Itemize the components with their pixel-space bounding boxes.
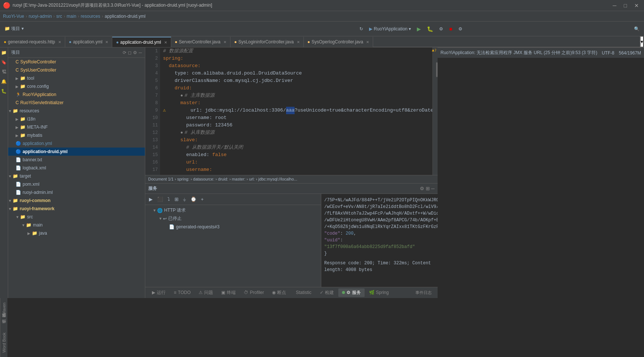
- btab-statistic[interactable]: Statistic: [291, 289, 315, 296]
- response-panel[interactable]: /75P+NL/wAJFd/884P++T/jVe2iP2OTpPIQnOKkW…: [321, 194, 438, 287]
- code-content[interactable]: # 数据源配置 spring: datasource: type: com.al…: [160, 47, 432, 175]
- left-sidebar: 📁 🔖 🏗 🔔 🐛: [0, 47, 8, 298]
- sidebar-icon-debug[interactable]: 🐛: [0, 87, 8, 95]
- rs-tab-database[interactable]: 数据库: [0, 318, 7, 324]
- btab-run[interactable]: ▶ 运行: [148, 288, 169, 297]
- breadcrumb-part-4[interactable]: resources: [81, 14, 100, 19]
- tree-item-ruoyi-admin-iml[interactable]: 📄 ruoyi-admin.iml: [8, 188, 145, 196]
- response-line-8: }: [324, 250, 435, 257]
- scroll-http-btn[interactable]: ⤵: [166, 196, 172, 203]
- tree-item-application-druid-yml[interactable]: 🔵 application-druid.yml: [8, 148, 145, 156]
- tree-item-SysUserController[interactable]: C SysUserController: [8, 66, 145, 74]
- btab-terminal[interactable]: ▣ 终端: [218, 288, 239, 297]
- tab-sysoperlog-controller[interactable]: ● SysOperlogController.java ✕: [304, 37, 374, 47]
- tab-close-syslogininfor-controller[interactable]: ✕: [297, 40, 300, 44]
- tree-item-META-INF[interactable]: ▶ 📁 META-INF: [8, 123, 145, 131]
- stop-http-btn[interactable]: ⬛: [156, 196, 165, 203]
- tree-item-ruoyi-framework[interactable]: ▼ 📁 ruoyi-framework: [8, 205, 145, 213]
- tab-close-application-druid[interactable]: ✕: [164, 40, 167, 44]
- panel-collapse-btn[interactable]: ◻: [128, 50, 132, 55]
- breadcrumb-part-5[interactable]: application-druid.yml: [105, 14, 146, 19]
- tab-application-yml[interactable]: ● application.yml ✕: [65, 37, 113, 47]
- sidebar-icon-structure[interactable]: 🏗: [1, 68, 7, 76]
- tree-item-RuoYiServletInitializer[interactable]: C RuoYiServletInitializer: [8, 99, 145, 107]
- panel-layout-icon[interactable]: ⊞: [426, 186, 430, 191]
- play-btn[interactable]: ▶: [415, 25, 423, 33]
- breadcrumb-part-0[interactable]: RuoYi-Vue: [3, 14, 24, 19]
- btab-services[interactable]: ⚙ 服务: [338, 288, 365, 297]
- tree-item-core-config[interactable]: ▶ 📁 core.config: [8, 82, 145, 90]
- btab-breakpoints[interactable]: ◉ 断点: [268, 288, 290, 297]
- tree-item-logback-xml[interactable]: 📄 logback.xml: [8, 164, 145, 172]
- restore-btn[interactable]: □: [622, 2, 629, 9]
- tree-item-RuoYiApplication[interactable]: 🏃 RuoYiApplication: [8, 90, 145, 99]
- tab-server-controller[interactable]: ● ServerController.java ✕: [171, 37, 230, 47]
- sidebar-icon-bookmarks[interactable]: 🔖: [0, 59, 8, 66]
- minimize-btn[interactable]: ─: [611, 2, 619, 9]
- refresh-btn[interactable]: ↻: [357, 25, 365, 33]
- checkbuild-icon: ✓: [320, 290, 323, 295]
- tree-item-main2[interactable]: ▼ 📁 main: [8, 221, 145, 229]
- rs-tab-plugins[interactable]: 插件: [0, 324, 7, 330]
- add-http-btn[interactable]: +: [199, 196, 205, 203]
- tree-item-src2[interactable]: ▼ 📁 src: [8, 213, 145, 221]
- tab-close-application-yml[interactable]: ✕: [105, 40, 108, 44]
- tree-item-pom-xml[interactable]: 📄 pom.xml: [8, 180, 145, 188]
- breadcrumb-part-3[interactable]: main: [67, 14, 76, 19]
- tab-syslogininfor-controller[interactable]: ● SysLogininforController.java ✕: [230, 37, 304, 47]
- search-btn[interactable]: 🔍: [632, 25, 642, 33]
- tree-item-ruoyi-common[interactable]: ▼ 📁 ruoyi-common: [8, 196, 145, 205]
- history-http-btn[interactable]: ⌚: [189, 196, 198, 203]
- tab-application-druid[interactable]: ● application-druid.yml ✕: [112, 37, 171, 47]
- tree-item-i18n[interactable]: ▶ 📁 i18n: [8, 115, 145, 123]
- close-btn[interactable]: ✕: [632, 2, 641, 9]
- tree-item-tool[interactable]: ▶ 📁 tool: [8, 74, 145, 82]
- tree-item-application-yml[interactable]: 🔵 application.yml: [8, 139, 145, 148]
- panel-settings-btn[interactable]: ⚙: [133, 50, 137, 55]
- coverage-btn[interactable]: ⚙: [437, 25, 445, 33]
- tree-item-target[interactable]: ▼ 📁 target: [8, 172, 145, 180]
- debug-btn[interactable]: 🐛: [425, 25, 435, 33]
- run-icon: ▶: [152, 290, 155, 295]
- panel-settings-icon[interactable]: ⚙: [420, 186, 424, 191]
- panel-sync-btn[interactable]: ⟳: [123, 50, 126, 55]
- run-http-btn[interactable]: ▶: [147, 196, 154, 203]
- btab-checkbuild[interactable]: ✓ 检建: [316, 288, 338, 297]
- rs-tab-maven[interactable]: Maven: [1, 300, 7, 318]
- tab-more-btn[interactable]: ▾: [640, 36, 644, 47]
- tab-close-generated-requests[interactable]: ✕: [58, 40, 61, 44]
- filter-http-btn[interactable]: ⏚: [182, 196, 187, 203]
- tree-item-resources[interactable]: ▼ 📁 resources: [8, 107, 145, 115]
- group-http-btn[interactable]: ⊞: [173, 196, 180, 203]
- panel-hide-icon[interactable]: ─: [431, 186, 435, 191]
- btab-problems[interactable]: ⚠ 问题: [195, 288, 217, 297]
- tree-item-banner-txt[interactable]: 📄 banner.txt: [8, 156, 145, 164]
- stop-btn[interactable]: ■: [447, 25, 454, 33]
- http-group-stopped[interactable]: ▼ ↩ 已停止: [145, 215, 321, 223]
- tree-item-mybatis[interactable]: ▶ 📁 mybatis: [8, 131, 145, 139]
- services-icon: ⚙: [346, 290, 351, 295]
- breadcrumb-part-2[interactable]: src: [56, 14, 62, 19]
- settings-btn[interactable]: ⚙: [456, 25, 465, 33]
- sidebar-icon-notifications[interactable]: 🔔: [0, 78, 8, 85]
- panel-hide-btn[interactable]: ─: [139, 50, 142, 55]
- btab-profiler[interactable]: ⏱ Profiler: [240, 289, 268, 296]
- tab-generated-requests[interactable]: ● generated-requests.http ✕: [0, 37, 65, 47]
- tree-item-java2[interactable]: ▶ 📁 java: [8, 229, 145, 237]
- project-btn[interactable]: 📁 项目 ▾: [2, 24, 26, 33]
- code-line-14: # 从数据源开关/默认关闭: [163, 144, 429, 151]
- event-log-btn[interactable]: 事件日志: [412, 289, 435, 296]
- btab-todo[interactable]: ≡ TODO: [170, 289, 194, 296]
- sidebar-icon-project[interactable]: 📁: [0, 49, 8, 56]
- http-item-req3[interactable]: 📄 generated-requests#3: [145, 223, 321, 231]
- breadcrumb-part-1[interactable]: ruoyi-admin: [29, 14, 52, 19]
- run-config-btn[interactable]: ▶ RuoYiApplication ▾: [367, 25, 413, 33]
- tree-icon-java2: C: [16, 67, 19, 73]
- cursor-position[interactable]: 9:53 (3 字符): [572, 50, 597, 56]
- tree-item-SysRoleController[interactable]: C SysRoleController: [8, 58, 145, 66]
- rs-tab-wordbook[interactable]: Word Book: [1, 330, 7, 356]
- btab-spring[interactable]: 🌿 Spring: [365, 289, 393, 296]
- tab-close-sysoperlog-controller[interactable]: ✕: [366, 40, 369, 44]
- tab-close-server-controller[interactable]: ✕: [223, 40, 226, 44]
- http-group-requests[interactable]: ▼ 🌐 HTTP 请求: [145, 206, 321, 215]
